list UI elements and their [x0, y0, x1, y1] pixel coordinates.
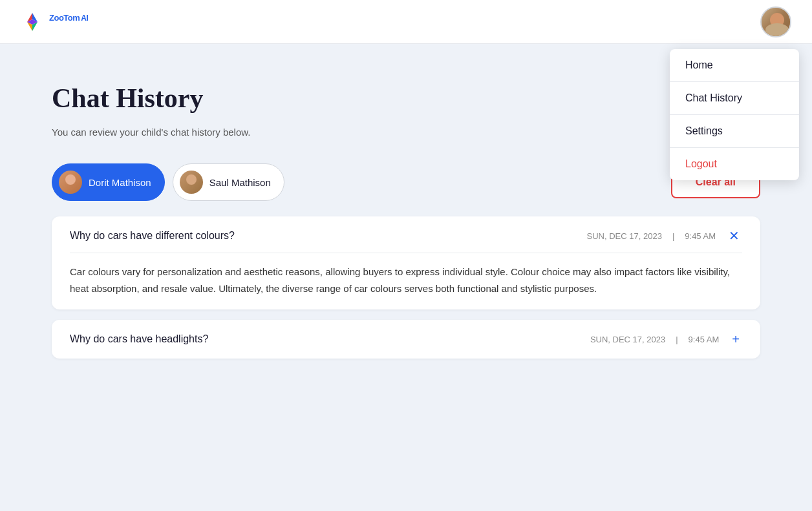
child-name-dorit: Dorit Mathison — [89, 177, 151, 188]
chat-date-1: SUN, DEC 17, 2023 — [587, 231, 662, 241]
nav-item-chat-history[interactable]: Chat History — [670, 82, 799, 115]
nav-item-home[interactable]: Home — [670, 49, 799, 82]
child-selector-row: Dorit Mathison Saul Mathison Clear all — [52, 163, 760, 201]
child-buttons: Dorit Mathison Saul Mathison — [52, 163, 284, 201]
logo[interactable]: ZooTomAI — [21, 10, 88, 34]
avatar-image — [762, 8, 790, 36]
chat-question-2: Why do cars have headlights? — [70, 333, 208, 345]
chat-meta-2: SUN, DEC 17, 2023 | 9:45 AM + — [590, 333, 742, 346]
child-avatar-saul — [180, 171, 203, 194]
page-subtitle: You can review your child's chat history… — [52, 127, 760, 138]
user-avatar[interactable] — [760, 6, 791, 37]
nav-item-logout[interactable]: Logout — [670, 148, 799, 180]
chat-time-2: 9:45 AM — [689, 335, 720, 344]
chat-card-2: Why do cars have headlights? SUN, DEC 17… — [52, 320, 760, 359]
chat-answer-1: Car colours vary for personalization and… — [70, 264, 742, 297]
chat-date-2: SUN, DEC 17, 2023 — [590, 335, 665, 344]
logo-label: ZooTomAI — [49, 13, 88, 30]
chat-collapse-button-1[interactable]: ✕ — [726, 229, 742, 242]
nav-item-settings[interactable]: Settings — [670, 115, 799, 148]
header: ZooTomAI — [0, 0, 812, 44]
logo-icon — [21, 10, 44, 34]
chat-question-1: Why do cars have different colours? — [70, 230, 235, 242]
chat-card-header-2: Why do cars have headlights? SUN, DEC 17… — [70, 333, 742, 346]
child-button-dorit[interactable]: Dorit Mathison — [52, 163, 165, 201]
expand-icon: + — [732, 332, 740, 346]
chat-meta-1: SUN, DEC 17, 2023 | 9:45 AM ✕ — [587, 229, 742, 242]
child-name-saul: Saul Mathison — [209, 177, 271, 188]
close-icon: ✕ — [729, 229, 740, 243]
chat-time-1: 9:45 AM — [685, 231, 716, 241]
child-button-saul[interactable]: Saul Mathison — [173, 163, 284, 201]
chat-card-header-1: Why do cars have different colours? SUN,… — [70, 229, 742, 242]
nav-dropdown: Home Chat History Settings Logout — [670, 49, 799, 180]
chat-separator-2: | — [676, 335, 678, 344]
chat-expand-button-2[interactable]: + — [729, 333, 742, 346]
chat-separator-1: | — [672, 231, 674, 241]
page-title: Chat History — [52, 83, 760, 114]
chat-divider-1 — [70, 253, 742, 253]
chat-card-1: Why do cars have different colours? SUN,… — [52, 216, 760, 309]
child-avatar-dorit — [59, 171, 82, 194]
